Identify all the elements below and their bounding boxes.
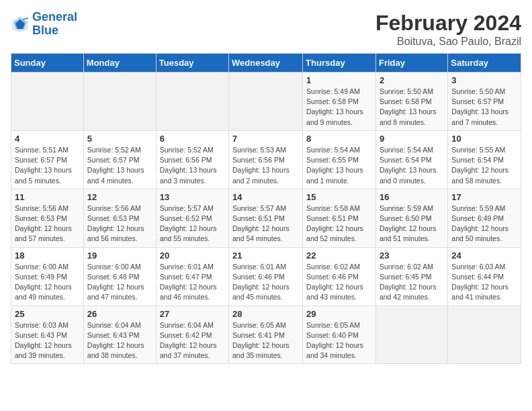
calendar-cell: 27Sunrise: 6:04 AM Sunset: 6:42 PM Dayli… bbox=[156, 306, 228, 364]
day-number: 11 bbox=[15, 192, 80, 202]
calendar-cell bbox=[229, 73, 303, 131]
calendar-cell: 22Sunrise: 6:02 AM Sunset: 6:46 PM Dayli… bbox=[303, 247, 376, 306]
day-number: 28 bbox=[232, 309, 299, 319]
day-number: 1 bbox=[306, 75, 372, 85]
day-number: 27 bbox=[160, 309, 225, 319]
calendar-cell: 5Sunrise: 5:52 AM Sunset: 6:57 PM Daylig… bbox=[83, 130, 156, 189]
day-info: Sunrise: 6:00 AM Sunset: 6:49 PM Dayligh… bbox=[15, 262, 80, 303]
day-info: Sunrise: 6:05 AM Sunset: 6:41 PM Dayligh… bbox=[232, 320, 299, 361]
calendar-cell bbox=[156, 73, 228, 131]
day-info: Sunrise: 6:05 AM Sunset: 6:40 PM Dayligh… bbox=[306, 320, 372, 361]
day-number: 8 bbox=[306, 134, 372, 144]
day-number: 6 bbox=[160, 134, 225, 144]
day-number: 7 bbox=[232, 134, 299, 144]
calendar-cell bbox=[83, 73, 156, 131]
day-info: Sunrise: 5:49 AM Sunset: 6:58 PM Dayligh… bbox=[306, 87, 372, 128]
day-header-tuesday: Tuesday bbox=[156, 54, 228, 73]
day-number: 23 bbox=[380, 250, 444, 261]
day-info: Sunrise: 5:50 AM Sunset: 6:58 PM Dayligh… bbox=[380, 87, 444, 128]
day-info: Sunrise: 5:54 AM Sunset: 6:55 PM Dayligh… bbox=[306, 145, 372, 186]
day-info: Sunrise: 5:54 AM Sunset: 6:54 PM Dayligh… bbox=[380, 145, 444, 186]
day-number: 19 bbox=[87, 250, 152, 261]
day-info: Sunrise: 5:58 AM Sunset: 6:51 PM Dayligh… bbox=[306, 203, 372, 244]
day-info: Sunrise: 5:52 AM Sunset: 6:56 PM Dayligh… bbox=[160, 145, 225, 186]
day-info: Sunrise: 6:04 AM Sunset: 6:42 PM Dayligh… bbox=[160, 320, 225, 361]
day-info: Sunrise: 5:55 AM Sunset: 6:54 PM Dayligh… bbox=[451, 145, 517, 186]
calendar-cell bbox=[448, 306, 521, 364]
calendar-week-1: 1Sunrise: 5:49 AM Sunset: 6:58 PM Daylig… bbox=[11, 73, 521, 131]
day-number: 20 bbox=[160, 250, 225, 261]
day-number: 4 bbox=[15, 134, 80, 144]
logo-blue: Blue bbox=[32, 24, 58, 37]
logo: General Blue bbox=[11, 11, 77, 38]
day-info: Sunrise: 6:04 AM Sunset: 6:43 PM Dayligh… bbox=[87, 320, 152, 361]
day-info: Sunrise: 6:02 AM Sunset: 6:46 PM Dayligh… bbox=[306, 262, 372, 303]
calendar-cell: 26Sunrise: 6:04 AM Sunset: 6:43 PM Dayli… bbox=[83, 306, 156, 364]
day-header-friday: Friday bbox=[375, 54, 447, 73]
calendar-cell: 11Sunrise: 5:56 AM Sunset: 6:53 PM Dayli… bbox=[11, 189, 84, 247]
calendar-table: SundayMondayTuesdayWednesdayThursdayFrid… bbox=[11, 53, 521, 364]
day-info: Sunrise: 5:51 AM Sunset: 6:57 PM Dayligh… bbox=[15, 145, 80, 186]
day-number: 2 bbox=[380, 75, 444, 85]
day-number: 18 bbox=[15, 250, 80, 261]
calendar-cell: 28Sunrise: 6:05 AM Sunset: 6:41 PM Dayli… bbox=[229, 306, 303, 364]
calendar-cell: 19Sunrise: 6:00 AM Sunset: 6:48 PM Dayli… bbox=[83, 247, 156, 306]
calendar-week-3: 11Sunrise: 5:56 AM Sunset: 6:53 PM Dayli… bbox=[11, 189, 521, 247]
calendar-cell: 7Sunrise: 5:53 AM Sunset: 6:56 PM Daylig… bbox=[229, 130, 303, 189]
day-info: Sunrise: 5:57 AM Sunset: 6:51 PM Dayligh… bbox=[232, 203, 299, 244]
calendar-week-2: 4Sunrise: 5:51 AM Sunset: 6:57 PM Daylig… bbox=[11, 130, 521, 189]
title-block: February 2024 Boituva, Sao Paulo, Brazil bbox=[375, 11, 521, 48]
calendar-header-row: SundayMondayTuesdayWednesdayThursdayFrid… bbox=[11, 54, 521, 73]
day-info: Sunrise: 6:03 AM Sunset: 6:44 PM Dayligh… bbox=[451, 262, 517, 303]
page-header: General Blue February 2024 Boituva, Sao … bbox=[11, 11, 521, 48]
day-number: 29 bbox=[306, 309, 372, 319]
calendar-cell: 12Sunrise: 5:56 AM Sunset: 6:53 PM Dayli… bbox=[83, 189, 156, 247]
page-title: February 2024 bbox=[375, 11, 521, 36]
calendar-cell: 25Sunrise: 6:03 AM Sunset: 6:43 PM Dayli… bbox=[11, 306, 84, 364]
calendar-week-4: 18Sunrise: 6:00 AM Sunset: 6:49 PM Dayli… bbox=[11, 247, 521, 306]
day-info: Sunrise: 5:56 AM Sunset: 6:53 PM Dayligh… bbox=[87, 203, 152, 244]
day-info: Sunrise: 5:50 AM Sunset: 6:57 PM Dayligh… bbox=[451, 87, 517, 128]
day-number: 13 bbox=[160, 192, 225, 202]
day-header-saturday: Saturday bbox=[448, 54, 521, 73]
logo-icon bbox=[11, 15, 30, 34]
calendar-cell: 29Sunrise: 6:05 AM Sunset: 6:40 PM Dayli… bbox=[303, 306, 376, 364]
calendar-body: 1Sunrise: 5:49 AM Sunset: 6:58 PM Daylig… bbox=[11, 73, 521, 364]
day-info: Sunrise: 5:59 AM Sunset: 6:50 PM Dayligh… bbox=[380, 203, 444, 244]
day-number: 10 bbox=[451, 134, 517, 144]
calendar-cell: 10Sunrise: 5:55 AM Sunset: 6:54 PM Dayli… bbox=[448, 130, 521, 189]
day-info: Sunrise: 6:01 AM Sunset: 6:47 PM Dayligh… bbox=[160, 262, 225, 303]
day-number: 14 bbox=[232, 192, 299, 202]
calendar-cell: 20Sunrise: 6:01 AM Sunset: 6:47 PM Dayli… bbox=[156, 247, 228, 306]
day-number: 16 bbox=[380, 192, 444, 202]
calendar-cell: 23Sunrise: 6:02 AM Sunset: 6:45 PM Dayli… bbox=[375, 247, 447, 306]
day-info: Sunrise: 6:03 AM Sunset: 6:43 PM Dayligh… bbox=[15, 320, 80, 361]
calendar-cell bbox=[11, 73, 84, 131]
day-number: 15 bbox=[306, 192, 372, 202]
day-info: Sunrise: 5:59 AM Sunset: 6:49 PM Dayligh… bbox=[451, 203, 517, 244]
day-number: 17 bbox=[451, 192, 517, 202]
calendar-cell: 6Sunrise: 5:52 AM Sunset: 6:56 PM Daylig… bbox=[156, 130, 228, 189]
day-number: 21 bbox=[232, 250, 299, 261]
calendar-week-5: 25Sunrise: 6:03 AM Sunset: 6:43 PM Dayli… bbox=[11, 306, 521, 364]
day-header-wednesday: Wednesday bbox=[229, 54, 303, 73]
calendar-cell: 9Sunrise: 5:54 AM Sunset: 6:54 PM Daylig… bbox=[375, 130, 447, 189]
calendar-cell: 4Sunrise: 5:51 AM Sunset: 6:57 PM Daylig… bbox=[11, 130, 84, 189]
logo-general: General bbox=[32, 10, 77, 24]
day-number: 25 bbox=[15, 309, 80, 319]
calendar-cell bbox=[375, 306, 447, 364]
calendar-cell: 21Sunrise: 6:01 AM Sunset: 6:46 PM Dayli… bbox=[229, 247, 303, 306]
day-info: Sunrise: 6:02 AM Sunset: 6:45 PM Dayligh… bbox=[380, 262, 444, 303]
calendar-cell: 2Sunrise: 5:50 AM Sunset: 6:58 PM Daylig… bbox=[375, 73, 447, 131]
day-info: Sunrise: 5:57 AM Sunset: 6:52 PM Dayligh… bbox=[160, 203, 225, 244]
day-number: 3 bbox=[451, 75, 517, 85]
calendar-cell: 24Sunrise: 6:03 AM Sunset: 6:44 PM Dayli… bbox=[448, 247, 521, 306]
day-number: 24 bbox=[451, 250, 517, 261]
day-number: 5 bbox=[87, 134, 152, 144]
page-subtitle: Boituva, Sao Paulo, Brazil bbox=[375, 36, 521, 48]
day-header-sunday: Sunday bbox=[11, 54, 84, 73]
day-number: 22 bbox=[306, 250, 372, 261]
calendar-cell: 17Sunrise: 5:59 AM Sunset: 6:49 PM Dayli… bbox=[448, 189, 521, 247]
day-header-thursday: Thursday bbox=[303, 54, 376, 73]
calendar-cell: 14Sunrise: 5:57 AM Sunset: 6:51 PM Dayli… bbox=[229, 189, 303, 247]
